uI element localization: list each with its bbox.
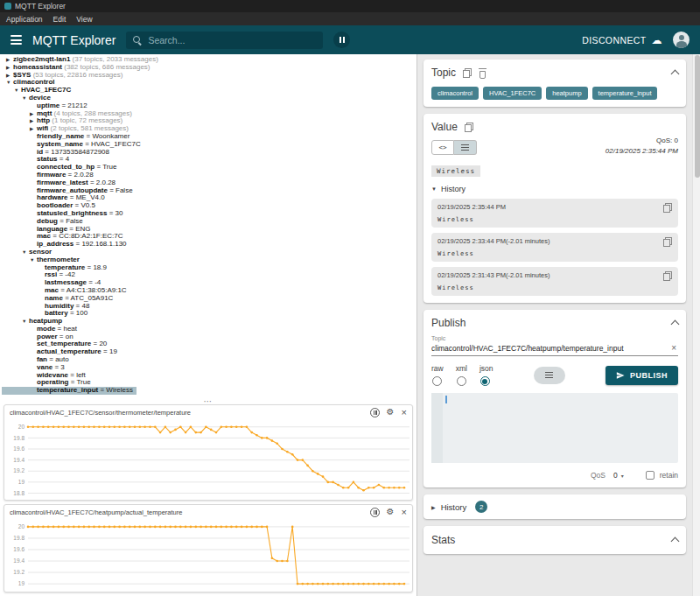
publish-topic-input[interactable]: climacontrol/HVAC_1FEC7C/heatpump/temper… xyxy=(431,344,669,353)
topic-name: temperature xyxy=(45,263,85,271)
qos-select[interactable]: 0 ▾ xyxy=(611,470,626,480)
collapse-publish-icon[interactable] xyxy=(671,320,680,329)
copy-topic-icon[interactable] xyxy=(463,68,472,78)
topic-name: connected_to_hp xyxy=(37,163,94,171)
avatar[interactable] xyxy=(673,32,690,48)
menu-icon[interactable] xyxy=(10,35,22,45)
equals-sign: = xyxy=(43,148,51,156)
copy-value-icon[interactable] xyxy=(465,123,473,132)
topic-value: auto xyxy=(55,355,69,363)
collapse-stats-icon[interactable] xyxy=(671,537,680,546)
close-icon[interactable]: × xyxy=(402,408,407,417)
collapse-arrow-icon[interactable]: ▼ xyxy=(22,249,29,256)
pause-chart-icon[interactable] xyxy=(370,508,380,517)
radio-raw[interactable] xyxy=(432,376,442,386)
topic-name: ip_address xyxy=(37,240,74,248)
page-title: MQTT Explorer xyxy=(32,33,116,47)
format-option-xml[interactable]: xml xyxy=(456,364,467,386)
payload-editor[interactable] xyxy=(431,393,678,463)
equals-sign: = xyxy=(59,286,66,294)
topic-name: mqtt xyxy=(37,109,52,117)
publish-qos-label: QoS xyxy=(591,471,606,480)
close-icon[interactable]: × xyxy=(402,508,407,517)
search-input[interactable]: Search... xyxy=(126,32,323,49)
tree-row[interactable]: ip_address = 192.168.1.130 xyxy=(2,241,130,249)
history-section[interactable]: ▶ History 2 xyxy=(424,494,686,519)
svg-text:19.6: 19.6 xyxy=(13,546,24,552)
format-option-json[interactable]: json xyxy=(480,364,494,386)
tree-row[interactable]: temperature_input = Wireless xyxy=(2,387,136,395)
collapse-arrow-icon[interactable]: ▼ xyxy=(6,79,13,87)
triangle-down-icon: ▼ xyxy=(431,186,437,192)
topic-chip[interactable]: climacontrol xyxy=(431,87,479,100)
topic-name: operating xyxy=(37,378,68,386)
scrollbar[interactable] xyxy=(692,54,700,596)
copy-icon[interactable] xyxy=(663,237,672,247)
delete-topic-icon[interactable] xyxy=(479,68,486,78)
topic-name: HVAC_1FEC7C xyxy=(21,86,71,94)
disconnect-label: DISCONNECT xyxy=(582,35,646,46)
pause-updates-button[interactable] xyxy=(333,32,350,48)
topic-name: mac xyxy=(45,286,59,294)
expand-arrow-icon[interactable]: ▶ xyxy=(30,117,37,125)
temperature-chart: 2019.819.619.419.21918.8 xyxy=(4,419,411,500)
collapse-arrow-icon[interactable]: ▼ xyxy=(22,95,29,102)
history-entry[interactable]: 02/19/2025 2:35:44 PMWireless xyxy=(431,199,678,228)
menu-application[interactable]: Application xyxy=(6,15,43,24)
topic-count: (2 topics, 581 messages) xyxy=(48,124,129,132)
expand-arrow-icon[interactable]: ▶ xyxy=(30,110,37,118)
clear-topic-icon[interactable]: × xyxy=(669,343,678,353)
stats-section-title: Stats xyxy=(431,534,455,546)
gear-icon[interactable]: ⚙ xyxy=(387,508,395,516)
history-timestamp: 02/19/2025 2:31:43 PM(-2.01 minutes) xyxy=(438,271,663,279)
expand-arrow-icon[interactable]: ▶ xyxy=(30,125,37,133)
history-entry[interactable]: 02/19/2025 2:33:44 PM(-2.01 minutes)Wire… xyxy=(431,233,678,262)
value-section-title: Value xyxy=(431,121,458,133)
publish-topic-field[interactable]: climacontrol/HVAC_1FEC7C/heatpump/temper… xyxy=(431,341,678,356)
formatted-view-button[interactable] xyxy=(454,140,477,155)
topic-chip[interactable]: heatpump xyxy=(546,87,587,100)
menu-edit[interactable]: Edit xyxy=(53,15,66,24)
publish-button[interactable]: PUBLISH xyxy=(606,366,678,385)
topic-value: ME_V4.0 xyxy=(76,193,105,201)
cloud-off-icon: ☁ xyxy=(652,35,662,46)
copy-icon[interactable] xyxy=(663,203,672,213)
raw-view-button[interactable]: <> xyxy=(431,140,454,155)
search-placeholder: Search... xyxy=(148,35,185,46)
radio-json[interactable] xyxy=(480,376,490,386)
menubar: Application Edit View xyxy=(0,12,700,25)
format-option-raw[interactable]: raw xyxy=(431,364,444,386)
retain-checkbox[interactable] xyxy=(646,471,654,480)
menu-view[interactable]: View xyxy=(76,15,92,24)
pause-chart-icon[interactable] xyxy=(370,408,380,417)
equals-sign: = xyxy=(87,278,94,286)
collapse-arrow-icon[interactable]: ▼ xyxy=(30,256,37,264)
topic-value: ENG xyxy=(75,225,90,233)
collapse-arrow-icon[interactable]: ▼ xyxy=(14,87,21,95)
topic-value: heat xyxy=(63,325,77,333)
horizontal-splitter[interactable]: ⋯ xyxy=(0,398,416,404)
history-entry[interactable]: 02/19/2025 2:31:43 PM(-2.01 minutes)Wire… xyxy=(431,267,678,296)
main-area: ▶zigbee2mqtt-lan1 (37 topics, 2033 messa… xyxy=(0,54,700,596)
collapse-arrow-icon[interactable]: ▼ xyxy=(22,318,29,326)
expand-arrow-icon[interactable]: ▶ xyxy=(6,64,13,72)
gear-icon[interactable]: ⚙ xyxy=(387,408,395,417)
topic-chip[interactable]: temperature_input xyxy=(592,87,658,100)
value-timestamp: 02/19/2025 2:35:44 PM xyxy=(606,147,678,155)
format-label: raw xyxy=(431,364,444,373)
svg-text:19: 19 xyxy=(18,479,25,485)
collapse-topic-icon[interactable] xyxy=(671,70,680,79)
value-history-toggle[interactable]: ▼ History xyxy=(431,185,678,193)
expand-arrow-icon[interactable]: ▶ xyxy=(6,72,13,80)
expand-arrow-icon[interactable]: ▶ xyxy=(6,56,13,64)
topic-chip[interactable]: HVAC_1FEC7C xyxy=(483,87,542,100)
format-payload-button[interactable] xyxy=(534,367,565,384)
copy-icon[interactable] xyxy=(663,271,672,281)
disconnect-button[interactable]: DISCONNECT ☁ xyxy=(582,35,662,46)
scrollbar-thumb[interactable] xyxy=(695,55,700,178)
chart-title: climacontrol/HVAC_1FEC7C/heatpump/actual… xyxy=(10,508,363,516)
radio-xml[interactable] xyxy=(457,376,466,386)
equals-sign: = xyxy=(58,333,66,340)
publish-section-title: Publish xyxy=(431,317,466,329)
topic-value: Woonkamer xyxy=(92,132,130,140)
